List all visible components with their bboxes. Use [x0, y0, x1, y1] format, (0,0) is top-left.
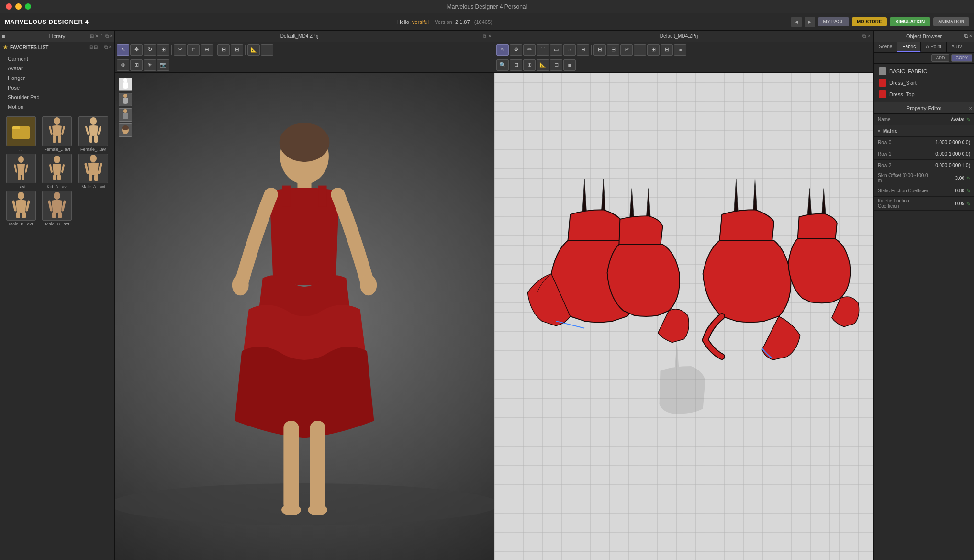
fabric-label-dress-skirt: Dress_Skirt [889, 80, 917, 86]
thumb-item-female-b[interactable]: Female_...avt [76, 116, 111, 152]
tool-tuck-3d[interactable]: ⋯ [261, 44, 273, 56]
tool-view-3d[interactable]: 👁 [117, 59, 129, 71]
viewport-2d-close-btn[interactable]: × [868, 34, 871, 39]
prop-edit-skin-offset-icon[interactable]: ✎ [966, 176, 970, 181]
minimize-button[interactable] [15, 3, 22, 10]
tool-measure-2d[interactable]: 📐 [537, 59, 549, 71]
tool-measure-3d[interactable]: 📐 [247, 44, 260, 56]
fabric-item-basic[interactable]: BASIC_FABRIC [876, 66, 972, 77]
close-icon[interactable]: × [110, 34, 112, 39]
viewport-3d-maximize-btn[interactable]: ⧉ [483, 34, 486, 39]
viewport-2d-maximize-btn[interactable]: ⧉ [862, 34, 866, 39]
obj-close-icon[interactable]: × [969, 33, 972, 39]
simulation-button[interactable]: SIMULATION [890, 17, 930, 26]
thumb-item-male-b[interactable]: Male_B...avt [4, 191, 38, 226]
library-item-pose[interactable]: Pose [0, 83, 114, 92]
tool-camera-3d[interactable]: 📷 [157, 59, 169, 71]
prop-edit-kinetic-friction-icon[interactable]: ✎ [966, 201, 970, 206]
thumb-item-female-a[interactable]: Female_...avt [40, 116, 75, 152]
prop-edit-name-icon[interactable]: ✎ [966, 117, 970, 122]
fav-close-icon[interactable]: × [109, 45, 112, 50]
tool-grid-3d[interactable]: ⊞ [130, 59, 143, 71]
library-item-motion[interactable]: Motion [0, 102, 114, 112]
tool-rect-2d[interactable]: ▭ [550, 44, 562, 56]
tool-pin-2d[interactable]: ⊕ [577, 44, 589, 56]
tool-cut-3d[interactable]: ⌗ [187, 44, 200, 56]
tool-draw-2d[interactable]: ✏ [523, 44, 536, 56]
avatar-thumb-white[interactable] [119, 78, 132, 91]
copy-fabric-button[interactable]: COPY [951, 54, 972, 62]
prop-edit-static-friction-icon[interactable]: ✎ [966, 188, 970, 193]
prev-arrow-button[interactable]: ◀ [791, 17, 802, 27]
tool-light-3d[interactable]: ☀ [144, 59, 156, 71]
viewport-3d-close-btn[interactable]: × [488, 34, 491, 39]
obj-expand-icon[interactable]: ⧉ [964, 33, 968, 39]
new-icon[interactable]: ⊞ [90, 34, 94, 39]
next-arrow-button[interactable]: ▶ [805, 17, 815, 27]
thumb-item-male-c[interactable]: Male_C...avt [40, 191, 75, 226]
fav-settings-icon[interactable]: ⋮ [99, 45, 103, 50]
main-layout: ≡ Library ⊞ ✕ ⋮ ⧉ × ★ FAVORITES LIST ⊞ ⊟… [0, 31, 974, 560]
tool-seam-2d[interactable]: ⋯ [634, 44, 646, 56]
tab-abv[interactable]: A-8V [947, 42, 967, 52]
mdstore-button[interactable]: MD STORE [852, 17, 887, 26]
thumb-item-male-a[interactable]: Male_A...avt [76, 154, 111, 189]
tab-apoint[interactable]: A-Point [921, 42, 947, 52]
tool-rotate-3d[interactable]: ↻ [144, 44, 156, 56]
fav-expand-icon[interactable]: ⧉ [104, 45, 108, 50]
fabric-item-dress-skirt[interactable]: Dress_Skirt [876, 77, 972, 89]
tool-unfold-3d[interactable]: ⊟ [231, 44, 243, 56]
library-item-avatar[interactable]: Avatar [0, 64, 114, 73]
avatar-thumb-head[interactable] [119, 123, 132, 137]
viewport-3d-canvas[interactable] [115, 73, 494, 560]
tool-align-2d[interactable]: ⊞ [647, 44, 660, 56]
tool-pan-2d[interactable]: ✥ [510, 44, 522, 56]
tool-extra-b-2d[interactable]: ≡ [563, 59, 576, 71]
library-item-garment[interactable]: Garment [0, 54, 114, 64]
library-item-shoulder-pad[interactable]: Shoulder Pad [0, 92, 114, 102]
tool-arrange-3d[interactable]: ⊞ [217, 44, 230, 56]
avatar-thumb-gray-b[interactable] [119, 108, 132, 122]
close-button[interactable] [6, 3, 12, 10]
tool-group-2d[interactable]: ⊟ [661, 44, 673, 56]
animation-button[interactable]: ANIMATION [933, 17, 969, 26]
thumb-item-unknown[interactable]: ...avt [4, 154, 38, 189]
fav-remove-icon[interactable]: ⊟ [94, 45, 98, 50]
tool-curve-2d[interactable]: ⌒ [537, 44, 549, 56]
tool-move-3d[interactable]: ✥ [130, 44, 143, 56]
library-item-hanger[interactable]: Hanger [0, 73, 114, 83]
svg-point-32 [232, 275, 249, 296]
tool-cut-2d[interactable]: ✂ [620, 44, 633, 56]
prop-triangle-matrix[interactable]: ▼ [877, 129, 881, 134]
fabric-item-dress-top[interactable]: Dress_Top [876, 89, 972, 100]
tool-select-2d[interactable]: ↖ [496, 44, 509, 56]
thumb-item-folder[interactable]: ... [4, 116, 38, 152]
collapse-icon[interactable]: ≡ [2, 34, 5, 39]
tab-fabric[interactable]: Fabric [897, 42, 921, 52]
tool-fold-2d[interactable]: ⊞ [593, 44, 606, 56]
thumb-item-kid-a[interactable]: Kid_A...avt [40, 154, 75, 189]
tab-scene[interactable]: Scene [874, 42, 897, 52]
maximize-button[interactable] [25, 3, 31, 10]
mypage-button[interactable]: MY PAGE [818, 17, 849, 26]
delete-icon[interactable]: ✕ [95, 34, 99, 39]
tool-grid-2d[interactable]: ⊞ [510, 59, 522, 71]
tool-zoom-2d[interactable]: 🔍 [496, 59, 509, 71]
tool-circle-2d[interactable]: ○ [563, 44, 576, 56]
tool-select-3d[interactable]: ↖ [117, 44, 129, 56]
add-fabric-button[interactable]: ADD [931, 54, 949, 62]
settings-icon[interactable]: ⋮ [100, 34, 104, 39]
fav-add-icon[interactable]: ⊞ [89, 45, 93, 50]
tool-snap-2d[interactable]: ⊕ [523, 59, 536, 71]
tool-scale-3d[interactable]: ⊞ [157, 44, 169, 56]
expand-icon[interactable]: ⧉ [105, 34, 109, 39]
prop-editor-expand-icon[interactable]: × [969, 105, 972, 111]
tool-extra-2d[interactable]: ≈ [674, 44, 686, 56]
tool-align-h-2d[interactable]: ⊟ [550, 59, 562, 71]
avatar-thumb-gray-a[interactable] [119, 93, 132, 106]
tool-sew-3d[interactable]: ✂ [174, 44, 186, 56]
tool-unfold-2d[interactable]: ⊟ [607, 44, 619, 56]
tool-pin-3d[interactable]: ⊕ [201, 44, 213, 56]
prop-value-row2: 0.000 0.000 1.0( [930, 163, 970, 168]
viewport-2d-canvas[interactable] [494, 73, 873, 560]
